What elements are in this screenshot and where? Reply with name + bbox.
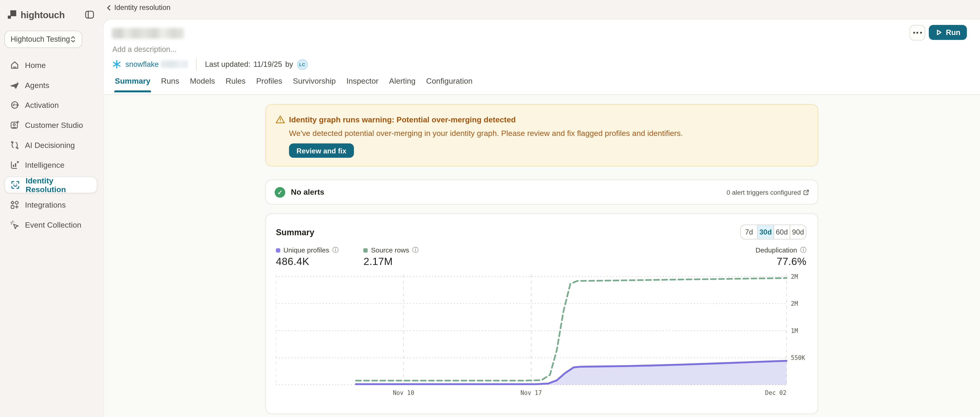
logo-text: hightouch bbox=[21, 10, 85, 20]
alert-triggers-link[interactable]: 0 alert triggers configured bbox=[727, 189, 809, 196]
sidebar-item-label: Agents bbox=[25, 81, 49, 90]
resolution-title-redacted bbox=[112, 28, 184, 39]
info-icon[interactable]: ⓘ bbox=[412, 247, 418, 253]
page-body: Identity graph runs warning: Potential o… bbox=[103, 95, 980, 417]
unique-profiles-legend-swatch bbox=[276, 248, 280, 252]
warning-banner: Identity graph runs warning: Potential o… bbox=[265, 104, 818, 166]
stat-label: Source rows bbox=[371, 246, 409, 254]
header-actions: Run bbox=[910, 25, 967, 41]
stat-label: Unique profiles bbox=[283, 246, 329, 254]
source-row: snowflake Last updated: 11/19/25 by LC bbox=[112, 57, 307, 71]
sidebar-item-customer-studio[interactable]: Customer Studio bbox=[5, 117, 97, 133]
tab-alerting[interactable]: Alerting bbox=[389, 77, 415, 92]
intelligence-icon bbox=[10, 160, 19, 170]
tab-summary[interactable]: Summary bbox=[115, 77, 150, 92]
alerts-card: ✓ No alerts 0 alert triggers configured bbox=[265, 180, 818, 205]
summary-chart: 550K1M2M2MNov 10Nov 17Dec 02 bbox=[276, 273, 814, 401]
warning-icon bbox=[275, 115, 285, 124]
source-name-redacted bbox=[161, 60, 188, 68]
home-icon bbox=[10, 60, 19, 70]
range-7d[interactable]: 7d bbox=[741, 225, 757, 239]
tab-inspector[interactable]: Inspector bbox=[346, 77, 379, 92]
tab-configuration[interactable]: Configuration bbox=[426, 77, 473, 92]
hightouch-logo-icon bbox=[7, 10, 17, 19]
run-label: Run bbox=[946, 28, 960, 37]
sidebar: hightouch Hightouch Testing Home Agents … bbox=[0, 0, 102, 417]
range-30d[interactable]: 30d bbox=[757, 225, 773, 239]
breadcrumb-label: Identity resolution bbox=[114, 4, 170, 11]
summary-title: Summary bbox=[276, 228, 314, 237]
chevron-up-down-icon bbox=[70, 35, 76, 43]
alert-triggers-label: 0 alert triggers configured bbox=[727, 189, 801, 196]
sidebar-item-label: Activation bbox=[25, 101, 59, 109]
svg-text:1M: 1M bbox=[791, 327, 798, 334]
sidebar-item-agents[interactable]: Agents bbox=[5, 77, 97, 94]
tab-models[interactable]: Models bbox=[190, 77, 215, 92]
sidebar-item-integrations[interactable]: Integrations bbox=[5, 197, 97, 213]
main-panel: Run Add a description... snowflake Last … bbox=[103, 19, 980, 417]
sidebar-item-activation[interactable]: Activation bbox=[5, 97, 97, 114]
logo-row: hightouch bbox=[0, 0, 102, 20]
tab-rules[interactable]: Rules bbox=[226, 77, 246, 92]
stat-deduplication: Deduplication ⓘ 77.6% bbox=[756, 246, 807, 268]
sidebar-item-label: Intelligence bbox=[25, 160, 64, 169]
svg-text:Nov 10: Nov 10 bbox=[393, 389, 414, 396]
by-label: by bbox=[285, 60, 293, 69]
app: hightouch Hightouch Testing Home Agents … bbox=[0, 0, 980, 417]
range-60d[interactable]: 60d bbox=[773, 225, 789, 239]
ai-decisioning-icon bbox=[10, 140, 19, 150]
identity-resolution-icon bbox=[11, 180, 20, 190]
stat-source-rows: Source rows ⓘ 2.17M bbox=[363, 246, 418, 268]
sidebar-item-label: Customer Studio bbox=[25, 121, 83, 130]
integrations-icon bbox=[10, 200, 19, 210]
sidebar-item-label: Integrations bbox=[25, 200, 66, 209]
info-icon[interactable]: ⓘ bbox=[800, 247, 807, 253]
check-circle-icon: ✓ bbox=[275, 187, 285, 197]
svg-text:Nov 17: Nov 17 bbox=[520, 389, 542, 396]
time-range-selector: 7d 30d 60d 90d bbox=[740, 225, 807, 239]
sidebar-item-event-collection[interactable]: Event Collection bbox=[5, 216, 97, 233]
event-collection-icon bbox=[10, 220, 19, 230]
tab-runs[interactable]: Runs bbox=[161, 77, 179, 92]
sidebar-item-home[interactable]: Home bbox=[5, 57, 97, 73]
review-and-fix-button[interactable]: Review and fix bbox=[289, 144, 354, 158]
svg-text:550K: 550K bbox=[791, 354, 805, 361]
tab-survivorship[interactable]: Survivorship bbox=[293, 77, 336, 92]
stats-row: Unique profiles ⓘ 486.4K Source rows ⓘ bbox=[276, 246, 808, 268]
sidebar-collapse-icon[interactable] bbox=[85, 10, 94, 19]
alerts-title: No alerts bbox=[291, 188, 324, 197]
source-rows-legend-swatch bbox=[363, 248, 368, 252]
breadcrumb[interactable]: Identity resolution bbox=[106, 4, 170, 11]
sidebar-item-ai-decisioning[interactable]: AI Decisioning bbox=[5, 136, 97, 154]
last-updated-date: 11/19/25 bbox=[253, 60, 282, 69]
sidebar-item-label: Event Collection bbox=[25, 220, 81, 229]
workspace-name: Hightouch Testing bbox=[11, 35, 70, 44]
info-icon[interactable]: ⓘ bbox=[332, 247, 339, 253]
sidebar-item-identity-resolution[interactable]: Identity Resolution bbox=[5, 176, 97, 193]
sidebar-item-label: Identity Resolution bbox=[25, 176, 91, 194]
svg-text:Dec 02: Dec 02 bbox=[765, 389, 786, 396]
agents-icon bbox=[10, 81, 19, 90]
divider bbox=[196, 58, 197, 70]
stat-value: 486.4K bbox=[276, 256, 339, 268]
svg-text:2M: 2M bbox=[791, 273, 798, 280]
avatar[interactable]: LC bbox=[297, 59, 308, 70]
run-button[interactable]: Run bbox=[929, 25, 967, 40]
tab-profiles[interactable]: Profiles bbox=[256, 77, 282, 92]
sidebar-item-label: AI Decisioning bbox=[25, 141, 75, 149]
snowflake-icon bbox=[112, 60, 121, 69]
sidebar-item-intelligence[interactable]: Intelligence bbox=[5, 157, 97, 173]
range-90d[interactable]: 90d bbox=[789, 225, 806, 239]
workspace-selector[interactable]: Hightouch Testing bbox=[5, 31, 83, 48]
warning-body: We've detected potential over-merging in… bbox=[289, 129, 683, 138]
sidebar-item-label: Home bbox=[25, 61, 46, 70]
play-icon bbox=[935, 29, 943, 36]
more-actions-button[interactable] bbox=[910, 25, 925, 41]
svg-text:2M: 2M bbox=[791, 300, 798, 307]
back-chevron-icon bbox=[106, 5, 111, 10]
warning-title: Identity graph runs warning: Potential o… bbox=[289, 116, 515, 124]
source-link[interactable]: snowflake bbox=[126, 60, 159, 69]
last-updated-label: Last updated: bbox=[205, 60, 250, 69]
sidebar-nav: Home Agents Activation Customer Studio A… bbox=[0, 57, 102, 233]
description-placeholder[interactable]: Add a description... bbox=[112, 45, 177, 54]
